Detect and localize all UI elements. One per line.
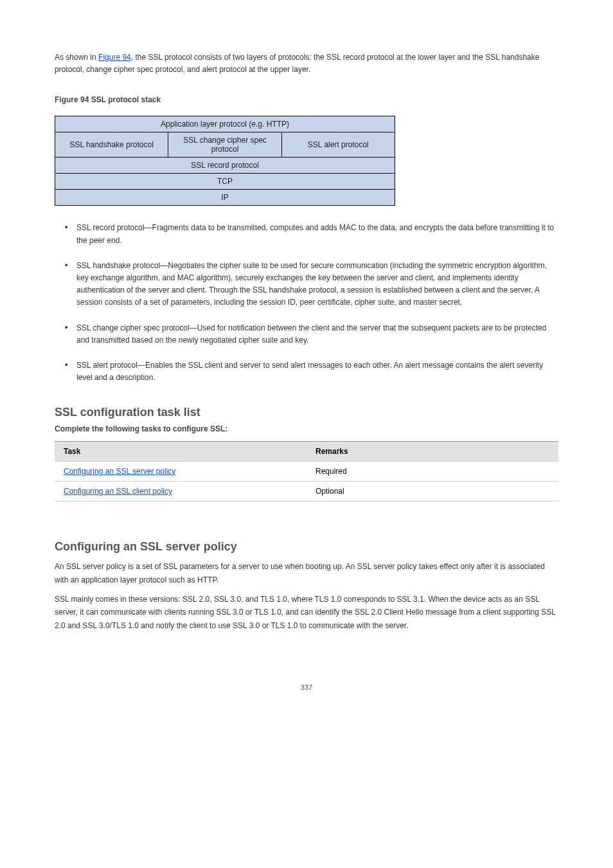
figure-reference-link[interactable]: Figure 94 <box>98 53 131 62</box>
stack-cell-handshake: SSL handshake protocol <box>55 132 168 158</box>
stack-cell-alert: SSL alert protocol <box>281 132 395 158</box>
ssl-protocol-stack-diagram: Application layer protocol (e.g. HTTP) S… <box>55 116 395 206</box>
task-list-heading: SSL configuration task list <box>55 406 558 419</box>
stack-cell-record: SSL record protocol <box>55 158 395 174</box>
intro-text-before: As shown in <box>55 53 98 62</box>
task-header-task: Task <box>55 442 306 462</box>
stack-cell-change-cipher: SSL change cipher spec protocol <box>168 132 281 158</box>
bullet-handshake: SSL handshake protocol—Negotiates the ci… <box>55 260 558 309</box>
task-header-remarks: Remarks <box>306 442 558 462</box>
task-list-label: Complete the following tasks to configur… <box>55 424 558 433</box>
figure-caption: Figure 94 SSL protocol stack <box>55 95 558 104</box>
protocol-bullet-list: SSL record protocol—Fragments data to be… <box>55 222 558 384</box>
task-link-server-policy[interactable]: Configuring an SSL server policy <box>64 467 175 476</box>
task-remarks-1: Optional <box>306 482 558 502</box>
table-row: Configuring an SSL client policy Optiona… <box>55 482 558 502</box>
bullet-change-cipher: SSL change cipher spec protocol—Used for… <box>55 322 558 347</box>
table-row: Configuring an SSL server policy Require… <box>55 462 558 482</box>
bullet-record: SSL record protocol—Fragments data to be… <box>55 222 558 246</box>
intro-paragraph: As shown in Figure 94, the SSL protocol … <box>55 51 558 76</box>
task-link-client-policy[interactable]: Configuring an SSL client policy <box>64 487 172 496</box>
server-policy-heading: Configuring an SSL server policy <box>55 540 558 554</box>
stack-cell-app-layer: Application layer protocol (e.g. HTTP) <box>55 116 395 132</box>
task-remarks-0: Required <box>306 462 558 482</box>
stack-cell-ip: IP <box>55 190 395 206</box>
stack-cell-tcp: TCP <box>55 174 395 190</box>
server-policy-p2: SSL mainly comes in these versions: SSL … <box>55 593 558 632</box>
server-policy-p1: An SSL server policy is a set of SSL par… <box>55 560 558 586</box>
bullet-alert: SSL alert protocol—Enables the SSL clien… <box>55 359 558 384</box>
page-number: 337 <box>55 683 558 691</box>
task-table: Task Remarks Configuring an SSL server p… <box>55 441 558 502</box>
